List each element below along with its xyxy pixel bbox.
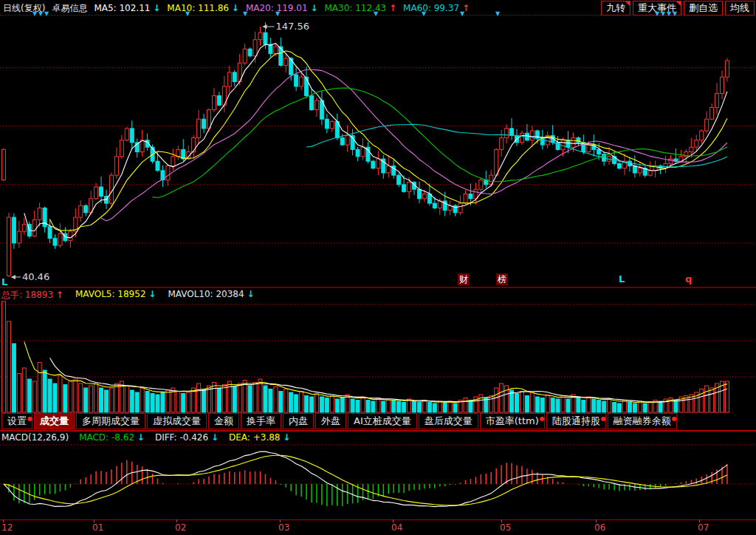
volume-bar <box>79 384 83 412</box>
candle-body <box>618 163 622 168</box>
volume-bar <box>27 379 31 412</box>
volume-bar <box>725 381 729 412</box>
volume-bar <box>417 403 421 413</box>
candle-body <box>156 161 159 171</box>
candle-body <box>427 194 431 203</box>
volume-chart[interactable] <box>0 288 756 413</box>
volume-bar <box>387 399 391 412</box>
candle-body <box>397 175 401 185</box>
candle-body <box>510 129 514 135</box>
topbar-button-3[interactable]: 删自选 <box>684 1 723 16</box>
volume-bar <box>325 398 329 413</box>
candle-body <box>371 161 375 168</box>
ma20-label: MA20: 119.01 ↓ <box>246 3 318 13</box>
dea-value-label: DEA: +3.88 ↓ <box>229 432 290 443</box>
topbar-button-group: 九转重大事件删自选均线 <box>601 1 755 16</box>
candle-body <box>500 138 504 150</box>
tab-item-6[interactable]: 内盘 <box>283 413 314 429</box>
candle-body <box>700 131 704 140</box>
volume-bar <box>140 388 144 412</box>
ma5-label: MA5: 102.11 ↓ <box>94 3 160 13</box>
candle-body <box>361 147 365 157</box>
mavol10-label: MAVOL10: 20384 ↓ <box>168 289 254 301</box>
tab-item-8[interactable]: AI立桩成交量 <box>348 413 417 429</box>
volume-bar <box>197 384 201 412</box>
tab-item-2[interactable]: 多周期成交量 <box>76 413 145 429</box>
tab-alert-dot-icon: ● <box>672 412 677 426</box>
volume-bar <box>371 401 375 412</box>
volume-bar <box>464 398 467 413</box>
chart-badge-3[interactable]: L <box>619 273 625 285</box>
volume-bar <box>597 401 601 413</box>
candle-body <box>356 149 360 156</box>
volume-bar <box>74 379 78 412</box>
volume-bar <box>633 403 636 412</box>
candle-body <box>130 129 134 143</box>
chart-badge-2[interactable]: 榜 <box>496 273 508 285</box>
candle-body <box>197 119 201 137</box>
volume-bar <box>310 397 314 412</box>
volume-bar <box>556 399 560 412</box>
main-price-chart[interactable]: 147.5640.46L <box>0 16 756 287</box>
tab-item-5[interactable]: 换手率 <box>241 413 281 429</box>
volume-header: 总手: 18893 ↑ MAVOL5: 18952 ↓ MAVOL10: 203… <box>1 289 255 301</box>
candle-body <box>520 133 523 143</box>
volume-bar <box>479 395 483 412</box>
volume-bar <box>453 403 457 412</box>
ma30-line <box>153 88 727 198</box>
tab-volume-active[interactable]: 成交量 <box>34 413 75 429</box>
volume-bar <box>495 388 498 412</box>
tab-item-4[interactable]: 金额 <box>208 413 239 429</box>
volume-bar <box>422 401 426 413</box>
tab-item-12[interactable]: 融资融券余额● <box>608 413 677 429</box>
volume-bar <box>12 344 16 412</box>
candle-body <box>340 138 344 145</box>
tab-item-9[interactable]: 盘后成交量 <box>419 413 478 429</box>
volume-bar <box>587 397 591 412</box>
candle-body <box>587 145 591 151</box>
candle-body <box>474 189 478 199</box>
volume-bar <box>7 321 10 412</box>
candle-body <box>7 217 10 276</box>
timeline-month-label: 07 <box>698 522 709 533</box>
candle-body <box>233 72 236 82</box>
volume-bar <box>413 401 416 412</box>
volume-bar <box>17 374 21 413</box>
topbar-button-4[interactable]: 均线 <box>725 1 755 16</box>
chart-badge-1[interactable]: 财 <box>458 273 470 285</box>
volume-bar <box>674 401 678 413</box>
tab-item-3[interactable]: 虚拟成交量 <box>147 413 207 429</box>
volume-bar <box>212 383 216 413</box>
volume-bar <box>540 398 544 413</box>
candle-body <box>94 187 98 199</box>
ma30-label: MA30: 112.43 ↑ <box>324 3 396 13</box>
ma10-line <box>50 51 727 231</box>
volume-bar <box>602 401 606 412</box>
timeline-month-label: 03 <box>278 522 289 533</box>
tab-item-7[interactable]: 外盘 <box>315 413 346 429</box>
volume-bar <box>279 392 283 413</box>
candle-body <box>402 185 406 191</box>
candle-body <box>53 239 57 245</box>
candle-body <box>325 119 329 129</box>
volume-bar <box>69 381 72 412</box>
macd-chart[interactable] <box>0 432 756 519</box>
macd-params-label: MACD(12,26,9) <box>1 432 69 443</box>
chart-badge-4[interactable]: q <box>685 273 692 285</box>
candle-body <box>479 180 483 189</box>
candle-body <box>705 119 709 131</box>
topbar-button-1[interactable]: 九转 <box>601 1 630 16</box>
volume-bar <box>351 399 354 412</box>
tab-item-11[interactable]: 陆股通持股● <box>546 413 606 429</box>
volume-bar <box>38 363 41 413</box>
candle-body <box>571 138 575 148</box>
stock-chart-app: 日线(复权) 卓易信息 MA5: 102.11 ↓ MA10: 111.86 ↓… <box>0 0 756 535</box>
tab-item-10[interactable]: 市盈率(ttm)● <box>480 413 545 429</box>
volume-bar <box>622 401 626 413</box>
volume-bar <box>427 403 431 413</box>
candle-body <box>248 49 252 55</box>
volume-bar <box>520 392 523 413</box>
indicator-tab-bar: 设置●成交量多周期成交量虚拟成交量金额换手率内盘外盘AI立桩成交量盘后成交量市盈… <box>0 413 756 432</box>
candle-body <box>32 219 36 236</box>
tab-item-0[interactable]: 设置● <box>1 413 32 429</box>
